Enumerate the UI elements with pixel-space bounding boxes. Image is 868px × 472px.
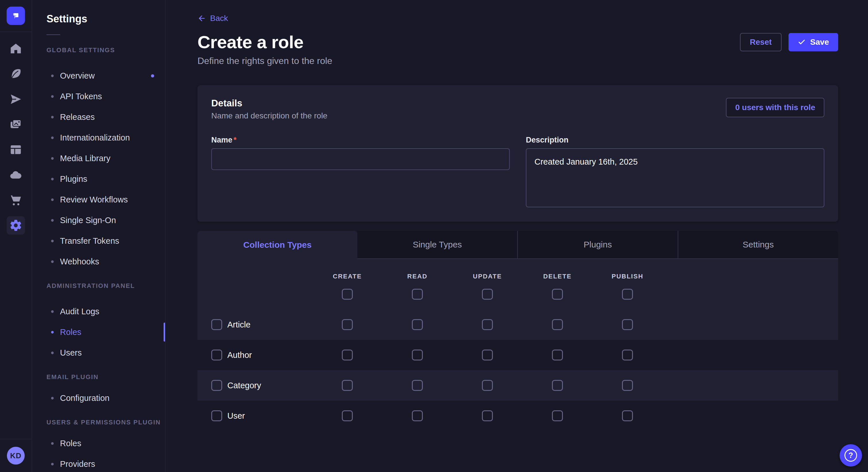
bullet-icon [51,331,54,334]
sidebar-item-transfer-tokens[interactable]: Transfer Tokens [32,231,165,251]
layout-icon[interactable] [7,140,25,159]
row-select-checkbox-category[interactable] [211,380,222,391]
checkbox-user-create[interactable] [342,410,353,421]
sidebar-item-media-library[interactable]: Media Library [32,148,165,169]
table-row-article: Article [197,309,838,340]
row-select-checkbox-author[interactable] [211,349,222,361]
sidebar-divider [46,34,60,35]
tab-collection-types[interactable]: Collection Types [197,231,358,259]
checkbox-user-read[interactable] [412,410,423,421]
column-header-delete: DELETE [544,273,572,280]
bullet-icon [51,157,54,160]
sidebar-item-users[interactable]: Users [32,342,165,363]
select-all-read-checkbox[interactable] [412,289,423,300]
tab-single-types[interactable]: Single Types [358,231,517,259]
help-button[interactable]: ? [840,444,862,467]
description-field[interactable]: Created January 16th, 2025 [526,148,825,207]
checkbox-user-publish[interactable] [622,410,633,421]
checkbox-article-update[interactable] [482,319,493,330]
column-header-publish: PUBLISH [612,273,644,280]
checkbox-article-read[interactable] [412,319,423,330]
cloud-icon[interactable] [7,166,25,184]
sidebar-item-providers[interactable]: Providers [32,453,165,472]
checkbox-author-update[interactable] [482,349,493,361]
media-library-icon[interactable] [7,115,25,134]
sidebar-item-webhooks[interactable]: Webhooks [32,251,165,272]
save-button[interactable]: Save [788,33,838,51]
select-all-create-checkbox[interactable] [342,289,353,300]
bullet-icon [51,310,54,313]
users-with-role-button[interactable]: 0 users with this role [726,98,825,117]
checkbox-author-publish[interactable] [622,349,633,361]
permissions-table: CREATE READ UPDATE DELETE PUBLISH Articl… [197,259,838,431]
settings-sidebar: Settings GLOBAL SETTINGS Overview API To… [32,0,166,472]
checkbox-user-update[interactable] [482,410,493,421]
details-card: Details Name and description of the role… [197,85,838,222]
sidebar-item-internationalization[interactable]: Internationalization [32,127,165,148]
sidebar-title: Settings [46,13,165,25]
checkbox-category-read[interactable] [412,380,423,391]
checkbox-author-delete[interactable] [552,349,563,361]
main-content: Back Create a role Reset Save Define the… [166,0,868,472]
table-row-author: Author [197,340,838,370]
send-icon[interactable] [7,90,25,108]
row-label: User [227,411,245,421]
bullet-icon [51,442,54,445]
sidebar-item-api-tokens[interactable]: API Tokens [32,86,165,107]
column-header-create: CREATE [333,273,362,280]
name-field[interactable] [211,148,510,170]
strapi-logo[interactable] [7,7,25,25]
checkbox-category-delete[interactable] [552,380,563,391]
bullet-icon [51,351,54,354]
checkbox-article-delete[interactable] [552,319,563,330]
checkbox-article-create[interactable] [342,319,353,330]
details-subheading: Name and description of the role [211,111,328,121]
bullet-icon [51,463,54,465]
arrow-left-icon [197,14,206,23]
select-all-update-checkbox[interactable] [482,289,493,300]
table-row-user: User [197,401,838,431]
permissions-table-header: CREATE READ UPDATE DELETE PUBLISH [197,259,838,309]
sidebar-item-overview[interactable]: Overview [32,65,165,86]
sidebar-item-releases[interactable]: Releases [32,107,165,127]
row-select-checkbox-user[interactable] [211,410,222,421]
strapi-logo-icon [10,10,22,22]
checkbox-author-read[interactable] [412,349,423,361]
feather-icon[interactable] [7,65,25,83]
sidebar-item-roles-up[interactable]: Roles [32,433,165,453]
checkbox-author-create[interactable] [342,349,353,361]
avatar[interactable]: KD [7,447,25,465]
check-icon [798,38,806,46]
checkbox-user-delete[interactable] [552,410,563,421]
cart-icon[interactable] [7,191,25,209]
select-all-publish-checkbox[interactable] [622,289,633,300]
active-indicator [164,323,165,341]
back-link[interactable]: Back [197,14,228,23]
sidebar-item-single-sign-on[interactable]: Single Sign-On [32,210,165,231]
section-header-administration-panel: ADMINISTRATION PANEL [46,282,165,290]
settings-gear-icon[interactable] [7,216,25,235]
bullet-icon [51,198,54,201]
row-label: Author [227,350,252,360]
checkbox-article-publish[interactable] [622,319,633,330]
column-header-update: UPDATE [473,273,502,280]
checkbox-category-publish[interactable] [622,380,633,391]
sidebar-item-roles-admin[interactable]: Roles [32,322,165,342]
permissions-section: Collection Types Single Types Plugins Se… [197,231,838,431]
sidebar-item-audit-logs[interactable]: Audit Logs [32,301,165,322]
notification-dot [151,74,154,77]
tab-settings[interactable]: Settings [678,231,838,259]
sidebar-item-configuration[interactable]: Configuration [32,388,165,408]
checkbox-category-update[interactable] [482,380,493,391]
sidebar-item-review-workflows[interactable]: Review Workflows [32,189,165,210]
home-icon[interactable] [7,40,25,58]
sidebar-item-plugins[interactable]: Plugins [32,169,165,189]
tab-plugins[interactable]: Plugins [517,231,678,259]
row-label: Article [227,320,251,330]
reset-button[interactable]: Reset [740,33,781,51]
select-all-delete-checkbox[interactable] [552,289,563,300]
checkbox-category-create[interactable] [342,380,353,391]
bullet-icon [51,74,54,77]
row-select-checkbox-article[interactable] [211,319,222,330]
rail-header [0,0,32,32]
